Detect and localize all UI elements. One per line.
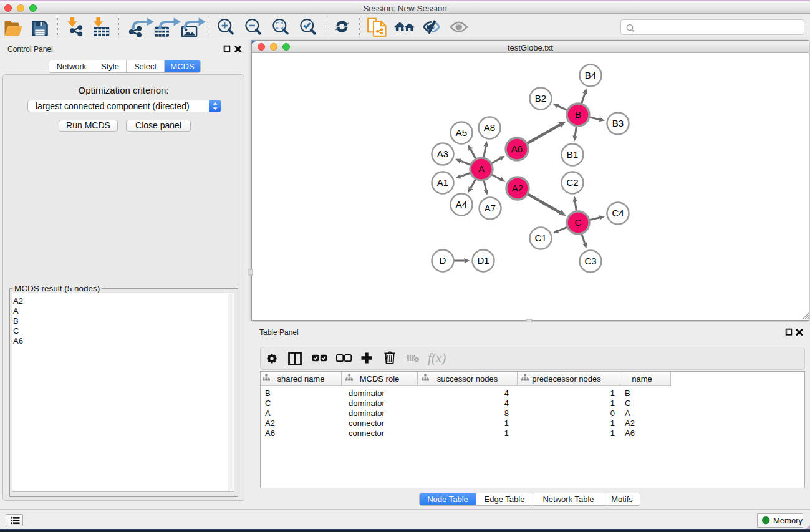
svg-text:A: A xyxy=(478,163,485,174)
svg-text:B2: B2 xyxy=(535,93,546,104)
svg-text:D1: D1 xyxy=(477,255,489,266)
svg-text:A8: A8 xyxy=(484,122,495,133)
svg-text:A6: A6 xyxy=(511,143,523,154)
svg-text:C: C xyxy=(575,217,582,228)
svg-text:A7: A7 xyxy=(485,203,496,213)
svg-text:A3: A3 xyxy=(437,148,448,159)
svg-text:B1: B1 xyxy=(567,149,578,160)
svg-text:A4: A4 xyxy=(456,199,467,210)
svg-text:C2: C2 xyxy=(566,177,578,188)
svg-text:A5: A5 xyxy=(456,127,467,138)
svg-text:D: D xyxy=(440,255,446,266)
svg-text:f(x): f(x) xyxy=(428,351,446,365)
svg-text:B: B xyxy=(575,109,581,120)
svg-text:C3: C3 xyxy=(584,256,596,266)
svg-text:A1: A1 xyxy=(437,177,448,188)
svg-text:C4: C4 xyxy=(612,208,624,218)
svg-text:B3: B3 xyxy=(612,118,624,128)
svg-text:C1: C1 xyxy=(534,233,546,243)
svg-text:A2: A2 xyxy=(512,183,523,193)
svg-text:B4: B4 xyxy=(585,70,596,80)
